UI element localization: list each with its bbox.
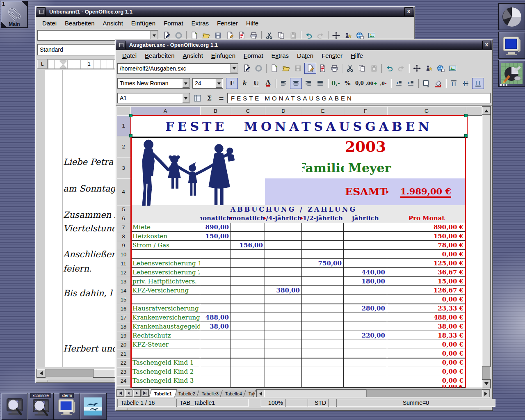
gallery-theme-icon[interactable] [423,63,434,73]
row-header-10[interactable]: 10 [116,250,131,259]
underline-icon[interactable]: U [251,78,262,89]
cell-D15[interactable] [265,295,302,304]
row-header-21[interactable]: 21 [116,349,131,358]
row-header-3[interactable]: 3 [116,157,131,179]
writer-close-button[interactable]: X [404,7,413,16]
edit-mode-icon[interactable] [304,63,316,74]
cell-D14[interactable]: 380,00 [265,286,302,295]
redo-icon[interactable] [396,63,407,73]
cell-per-month-24[interactable]: 0,00 € [387,376,464,385]
cell-B23[interactable] [200,367,231,376]
add-decimal-icon[interactable]: ,00+ [366,78,377,89]
vscroll-thumb[interactable] [482,114,491,367]
sheet-corner-box[interactable] [116,106,131,116]
cell-expense-label-16[interactable]: Hausratversicherung [132,304,200,313]
menu-bearbeiten[interactable]: Bearbeiten [141,51,179,60]
cell-C24[interactable] [231,376,265,385]
menu-hilfe[interactable]: Hilfe [347,51,367,60]
edit-file-icon[interactable] [241,63,252,73]
cell-B12[interactable] [200,268,231,277]
row-header-20[interactable]: 20 [116,340,131,349]
cell-E7[interactable] [302,223,344,232]
open-folder-icon[interactable] [281,63,292,73]
cell-D13[interactable] [265,277,302,286]
printer-icon[interactable] [329,63,340,73]
valign-bottom-icon[interactable] [472,78,484,89]
row-header-16[interactable]: 16 [116,304,131,313]
menu-fenster[interactable]: Fenster [213,18,242,28]
menu-format[interactable]: Format [240,51,267,60]
dropdown-arrow-icon[interactable] [230,64,237,73]
calc-titlebar[interactable]: Ausgaben.sxc - OpenOffice.org 1.1 X [116,40,492,50]
cell-per-month-13[interactable]: 15,00 € [387,277,464,286]
cell-C15[interactable] [231,295,265,304]
dropdown-arrow-icon[interactable] [215,79,222,88]
miniwindow-xconsole[interactable]: xconsole [27,393,54,420]
cell-E12[interactable] [302,268,344,277]
cell-expense-label-21[interactable] [132,349,200,358]
sheet-tab-tabelle1[interactable]: Tabelle1 [149,389,178,397]
cell-D22[interactable] [265,358,302,367]
cell-E24[interactable] [302,376,344,385]
cell-per-month-7[interactable]: 890,00 € [387,223,464,232]
sheet-vscrollbar[interactable] [482,106,490,388]
sheet-tab-tab[interactable]: Tab [243,390,256,397]
hscroll-thumb[interactable] [264,389,367,398]
cell-C14[interactable] [231,286,265,295]
dropdown-arrow-icon[interactable] [182,79,189,88]
cell-E16[interactable] [302,304,344,313]
scroll-up-icon[interactable] [482,106,491,115]
cell-expense-label-8[interactable]: Heizkosten [132,232,200,241]
cell-expense-label-9[interactable]: Strom / Gas [132,241,200,250]
cell-per-month-16[interactable]: 23,33 € [387,304,464,313]
menu-ansicht[interactable]: Ansicht [99,18,127,28]
writer-titlebar[interactable]: Unbenannt1 - OpenOffice.org 1.1 X [36,7,414,17]
cell-C23[interactable] [231,367,265,376]
cell-expense-label-23[interactable]: Taschengeld Kind 2 [132,367,200,376]
cell-per-month-17[interactable]: 488,00 € [387,313,464,322]
italic-icon[interactable]: k [239,78,250,89]
cell-F15[interactable] [344,295,387,304]
cell-E18[interactable] [302,322,344,331]
print-file-icon[interactable] [317,63,328,73]
cell-expense-label-18[interactable]: Krankenhaustagegeld [132,322,200,331]
cell-year[interactable]: 2003 [344,136,387,157]
valign-top-icon[interactable] [448,78,459,89]
cell-F9[interactable] [344,241,387,250]
menu-format[interactable]: Format [160,18,187,28]
selection-handle[interactable] [464,134,468,137]
equals-icon[interactable]: = [216,93,227,103]
menu-einfügen[interactable]: Einfügen [127,18,160,28]
align-justify-icon[interactable] [315,78,326,89]
scroll-left-icon[interactable] [37,369,46,378]
cell-B10[interactable] [200,250,231,259]
cell-B13[interactable] [200,277,231,286]
remove-decimal-icon[interactable]: ,0- [378,78,389,89]
cell-C8[interactable] [231,232,265,241]
cell-per-month-19[interactable]: 18,33 € [387,331,464,340]
column-header-C[interactable]: C [231,106,265,116]
column-header-F[interactable]: F [344,106,388,116]
miniwindow-xterm[interactable]: xterm [53,393,80,420]
cell-B21[interactable] [200,349,231,358]
cell-B17[interactable]: 488,00 [200,313,231,322]
calc-miniaturize-button[interactable] [117,41,126,49]
scroll-right-icon[interactable] [482,389,490,398]
miniwindow-openoffice[interactable] [80,393,107,420]
cell-D18[interactable] [265,322,302,331]
formula-input[interactable]: FESTE MONATSAUSGABEN [227,93,491,103]
cell-expense-label-22[interactable]: Taschengeld Kind 1 [132,358,200,367]
cell-D12[interactable] [265,268,302,277]
cell-C11[interactable] [231,259,265,268]
column-header-D[interactable]: D [265,106,302,116]
cell-D7[interactable] [265,223,302,232]
selection-handle[interactable] [129,114,132,117]
cell-per-month-8[interactable]: 150,00 € [387,232,464,241]
cell-D23[interactable] [265,367,302,376]
column-header-A[interactable]: A [130,106,201,116]
cell-F19[interactable]: 220,00 [344,331,387,340]
align-center-icon[interactable] [290,78,302,89]
menu-daten[interactable]: Daten [293,51,317,60]
cell-total-label[interactable]: GESAMT [344,178,390,205]
cell-E9[interactable] [302,241,344,250]
